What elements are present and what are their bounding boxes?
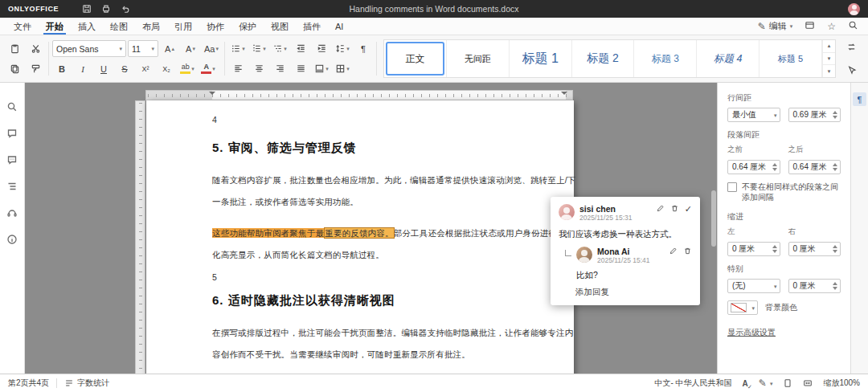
tab-file[interactable]: 文件 xyxy=(6,18,39,35)
sidebar-comments-button[interactable] xyxy=(4,125,20,141)
justify-button[interactable] xyxy=(291,60,310,77)
tab-draw[interactable]: 绘图 xyxy=(103,18,135,35)
comment-edit-button[interactable] xyxy=(656,204,665,214)
subscript-button[interactable]: X₂ xyxy=(157,60,176,77)
style-item-heading-3[interactable]: 标题 3 xyxy=(634,40,697,77)
advanced-settings-link[interactable]: 显示高级设置 xyxy=(727,327,776,338)
font-size-combobox[interactable]: 11 ▾ xyxy=(128,40,158,57)
line-spacing-button[interactable]: ▾ xyxy=(333,40,352,57)
stepper-arrows[interactable] xyxy=(833,111,837,119)
favorite-button[interactable]: ☆ xyxy=(827,22,836,31)
multilevel-list-button[interactable]: ▾ xyxy=(270,40,289,57)
tab-view[interactable]: 视图 xyxy=(264,18,296,35)
font-name-combobox[interactable]: Open Sans ▾ xyxy=(52,40,126,57)
tab-home[interactable]: 开始 xyxy=(39,18,71,35)
style-item-heading-1[interactable]: 标题 1 xyxy=(510,40,572,77)
strikethrough-button[interactable]: S xyxy=(115,60,134,77)
add-reply-link[interactable]: 添加回复 xyxy=(575,287,692,298)
numbering-button[interactable]: ▾ xyxy=(249,40,268,57)
line-spacing-value-stepper[interactable]: 0.69 厘米 xyxy=(788,108,841,122)
style-item-no-spacing[interactable]: 无间距 xyxy=(447,40,510,77)
tab-collaboration[interactable]: 协作 xyxy=(199,18,231,35)
page-indicator[interactable]: 第2页共4页 xyxy=(8,378,49,389)
borders-button[interactable]: ▾ xyxy=(333,60,352,77)
user-avatar[interactable] xyxy=(848,3,860,15)
styles-more-button[interactable]: ▾ xyxy=(823,65,835,77)
edit-mode-button[interactable]: ✎ 编辑 ▾ xyxy=(758,20,793,32)
align-left-button[interactable] xyxy=(228,60,248,77)
line-spacing-select[interactable]: 最小值 ▾ xyxy=(727,108,780,122)
decrease-indent-button[interactable] xyxy=(291,40,310,57)
stepper-arrows[interactable] xyxy=(833,245,837,253)
word-count-button[interactable]: 字数统计 xyxy=(64,378,109,389)
indent-left-stepper[interactable]: 0 厘米 xyxy=(727,242,780,256)
style-item-heading-2[interactable]: 标题 2 xyxy=(572,40,635,77)
select-all-button[interactable] xyxy=(841,62,861,79)
highlight-color-button[interactable]: ab ▾ xyxy=(178,60,197,77)
stepper-arrows[interactable] xyxy=(772,245,777,253)
language-button[interactable]: 中文- 中华人民共和国 xyxy=(655,378,732,389)
cut-button[interactable] xyxy=(26,40,45,57)
comment-resolve-button[interactable]: ✓ xyxy=(685,205,692,214)
special-indent-stepper[interactable]: 0 厘米 xyxy=(788,279,841,293)
tab-plugins[interactable]: 插件 xyxy=(296,18,328,35)
vertical-scrollbar[interactable] xyxy=(710,86,716,370)
align-center-button[interactable] xyxy=(249,60,268,77)
style-item-heading-5[interactable]: 标题 5 xyxy=(760,40,822,77)
spacing-before-stepper[interactable]: 0.64 厘米 xyxy=(727,160,780,174)
ruler-indent-marker-right[interactable] xyxy=(561,92,567,98)
ruler-indent-marker-left[interactable] xyxy=(209,92,215,98)
sidebar-support-button[interactable] xyxy=(4,205,20,221)
sidebar-about-button[interactable] xyxy=(4,231,20,247)
document-page[interactable]: 4 5. 审阅、筛选与管理反馈 随着文档内容扩展，批注数量也会相应增加。为此，编… xyxy=(146,100,574,374)
reply-edit-button[interactable] xyxy=(669,247,678,257)
track-changes-toggle[interactable]: ✎ ▾ xyxy=(759,378,773,388)
reply-delete-button[interactable] xyxy=(683,247,692,257)
shading-button[interactable]: ▾ xyxy=(312,60,331,77)
stepper-arrows[interactable] xyxy=(833,163,837,171)
styles-scroll-up-button[interactable]: ▴ xyxy=(823,40,835,53)
stepper-arrows[interactable] xyxy=(833,282,837,290)
superscript-button[interactable]: X² xyxy=(136,60,155,77)
align-right-button[interactable] xyxy=(270,60,289,77)
grow-font-button[interactable]: A▴ xyxy=(160,40,179,57)
increase-indent-button[interactable] xyxy=(312,40,331,57)
sidebar-search-button[interactable] xyxy=(4,99,20,115)
copy-button[interactable] xyxy=(5,60,24,77)
stepper-arrows[interactable] xyxy=(772,163,777,171)
style-item-normal[interactable]: 正文 xyxy=(384,40,447,77)
tab-insert[interactable]: 插入 xyxy=(71,18,103,35)
background-color-picker[interactable]: ▾ xyxy=(727,300,758,315)
fit-width-button[interactable] xyxy=(803,378,813,388)
vertical-ruler[interactable] xyxy=(135,100,145,374)
save-button[interactable] xyxy=(80,2,94,16)
copy-style-button[interactable] xyxy=(26,60,45,77)
spacing-after-stepper[interactable]: 0.64 厘米 xyxy=(788,160,841,174)
style-item-heading-4[interactable]: 标题 4 xyxy=(697,40,760,77)
spellcheck-toggle[interactable]: A✓ xyxy=(743,379,748,388)
tab-protection[interactable]: 保护 xyxy=(231,18,264,35)
paste-button[interactable] xyxy=(5,40,24,57)
file-location-button[interactable] xyxy=(805,20,815,32)
bullets-button[interactable]: ▾ xyxy=(228,40,248,57)
underline-button[interactable]: U xyxy=(94,60,113,77)
bold-button[interactable]: B xyxy=(52,60,72,77)
indent-right-stepper[interactable]: 0 厘米 xyxy=(788,242,841,256)
zoom-indicator[interactable]: 缩放100% xyxy=(823,378,860,389)
styles-scroll-down-button[interactable]: ▾ xyxy=(823,53,835,66)
fit-page-button[interactable] xyxy=(783,378,792,388)
scrollbar-thumb[interactable] xyxy=(711,190,716,247)
sidebar-headings-button[interactable] xyxy=(4,178,20,194)
comment-delete-button[interactable] xyxy=(670,204,679,214)
sidebar-chat-button[interactable] xyxy=(4,152,20,168)
shrink-font-button[interactable]: A▾ xyxy=(181,40,200,57)
tab-ai[interactable]: AI xyxy=(328,18,350,35)
italic-button[interactable]: I xyxy=(73,60,92,77)
tab-layout[interactable]: 布局 xyxy=(135,18,167,35)
font-color-button[interactable]: A ▾ xyxy=(199,60,218,77)
same-style-checkbox[interactable] xyxy=(727,182,737,192)
horizontal-ruler[interactable] xyxy=(145,90,573,100)
nonprinting-characters-button[interactable]: ¶ xyxy=(354,40,373,57)
change-case-button[interactable]: Aa▾ xyxy=(202,40,221,57)
paragraph-settings-button[interactable]: ¶ xyxy=(853,92,866,106)
